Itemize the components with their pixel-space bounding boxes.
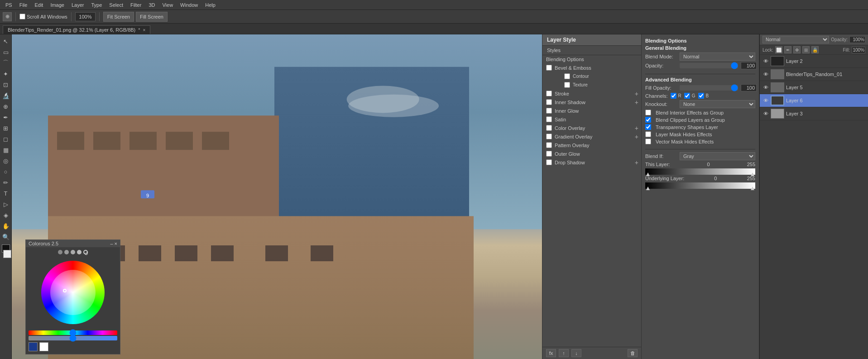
brush-tool[interactable]: ✒ bbox=[1, 112, 11, 122]
color-overlay-add-button[interactable]: + bbox=[635, 124, 638, 132]
bevel-checkbox[interactable] bbox=[546, 65, 552, 71]
outer-glow-checkbox[interactable] bbox=[546, 151, 552, 157]
gradient-overlay-add-button[interactable]: + bbox=[635, 133, 638, 140]
fill-opacity-input[interactable]: 100 bbox=[741, 84, 757, 91]
layer-mask-checkbox[interactable] bbox=[645, 131, 651, 137]
move-tool[interactable]: ↖ bbox=[1, 36, 11, 46]
heal-tool[interactable]: ⊕ bbox=[1, 101, 11, 111]
crop-tool[interactable]: ⊡ bbox=[1, 80, 11, 90]
menu-3d[interactable]: 3D bbox=[145, 0, 158, 10]
opacity-value-input[interactable]: 100 bbox=[741, 62, 757, 69]
zoom-tool[interactable]: 🔍 bbox=[1, 232, 11, 242]
lock-transparent-button[interactable]: ⬜ bbox=[775, 46, 782, 53]
lasso-tool[interactable]: ⌒ bbox=[1, 58, 11, 68]
pattern-overlay-checkbox[interactable] bbox=[546, 142, 552, 148]
color-panel-close[interactable]: × bbox=[115, 241, 117, 246]
delete-style-button[interactable]: 🗑 bbox=[628, 349, 638, 357]
style-satin[interactable]: Satin bbox=[542, 115, 641, 124]
move-down-button[interactable]: ↓ bbox=[571, 349, 581, 357]
fx-button[interactable]: fx bbox=[546, 349, 556, 357]
knockout-select[interactable]: None Shallow Deep bbox=[680, 100, 755, 108]
tab-close-button[interactable]: × bbox=[143, 28, 146, 33]
fill-screen-button[interactable]: Fill Screen bbox=[136, 12, 168, 22]
style-texture[interactable]: Texture bbox=[551, 81, 641, 89]
blend-clipped-checkbox[interactable] bbox=[645, 117, 651, 123]
dodge-tool[interactable]: ○ bbox=[1, 167, 11, 177]
texture-checkbox[interactable] bbox=[564, 82, 570, 88]
satin-checkbox[interactable] bbox=[546, 116, 552, 122]
zoom-input[interactable]: 100% bbox=[75, 12, 96, 21]
style-outer-glow[interactable]: Outer Glow bbox=[542, 149, 641, 158]
menu-select[interactable]: Select bbox=[106, 0, 127, 10]
blender-tips-eye[interactable]: 👁 bbox=[762, 71, 769, 77]
stroke-checkbox[interactable] bbox=[546, 91, 552, 96]
color-swatch-fg[interactable] bbox=[29, 342, 38, 351]
gradient-overlay-checkbox[interactable] bbox=[546, 134, 552, 139]
style-inner-shadow[interactable]: Inner Shadow + bbox=[542, 98, 641, 106]
text-tool[interactable]: T bbox=[1, 188, 11, 198]
color-swatch-bg[interactable] bbox=[39, 342, 48, 351]
style-gradient-overlay[interactable]: Gradient Overlay + bbox=[542, 132, 641, 141]
lock-all-button[interactable]: 🔒 bbox=[811, 46, 819, 53]
style-color-overlay[interactable]: Color Overlay + bbox=[542, 124, 641, 132]
gradient-tool[interactable]: ▦ bbox=[1, 145, 11, 155]
menu-help[interactable]: Help bbox=[201, 0, 219, 10]
eyedropper-tool[interactable]: 🔬 bbox=[1, 91, 11, 101]
blur-tool[interactable]: ◎ bbox=[1, 156, 11, 166]
style-drop-shadow[interactable]: Drop Shadow + bbox=[542, 158, 641, 167]
color-circle3[interactable] bbox=[71, 250, 75, 254]
style-pattern-overlay[interactable]: Pattern Overlay bbox=[542, 141, 641, 149]
layer-item-layer5[interactable]: 👁 Layer 5 bbox=[760, 81, 868, 94]
layer-item-layer2[interactable]: 👁 Layer 2 bbox=[760, 55, 868, 68]
this-layer-right-handle[interactable] bbox=[751, 172, 754, 176]
sat-slider[interactable] bbox=[29, 336, 117, 340]
layer5-eye[interactable]: 👁 bbox=[762, 84, 769, 91]
lock-image-button[interactable]: ✒ bbox=[784, 46, 791, 53]
eraser-tool[interactable]: ◻ bbox=[1, 134, 11, 144]
color-circle2[interactable] bbox=[64, 250, 69, 254]
inner-shadow-checkbox[interactable] bbox=[546, 99, 552, 105]
fill-value-input[interactable]: 100% bbox=[852, 47, 865, 53]
background-color[interactable] bbox=[3, 250, 11, 258]
path-select-tool[interactable]: ▷ bbox=[1, 199, 11, 209]
layer-mode-select[interactable]: Normal Multiply Screen bbox=[762, 36, 829, 43]
fill-opacity-slider[interactable] bbox=[680, 85, 738, 91]
move-up-button[interactable]: ↑ bbox=[559, 349, 569, 357]
inner-shadow-add-button[interactable]: + bbox=[635, 99, 638, 106]
color-wheel-container[interactable] bbox=[37, 256, 109, 329]
style-blending-options[interactable]: Blending Options bbox=[542, 55, 641, 63]
color-dot-small[interactable] bbox=[58, 250, 62, 254]
contour-checkbox[interactable] bbox=[564, 73, 570, 79]
layer3-eye[interactable]: 👁 bbox=[762, 110, 769, 117]
menu-window[interactable]: Window bbox=[177, 0, 201, 10]
clone-tool[interactable]: ⊞ bbox=[1, 123, 11, 133]
underlying-left-handle[interactable] bbox=[646, 187, 650, 190]
drop-shadow-add-button[interactable]: + bbox=[635, 159, 638, 166]
menu-file[interactable]: File bbox=[16, 0, 31, 10]
hand-tool[interactable]: ✋ bbox=[1, 221, 11, 231]
blend-mode-select[interactable]: Normal Multiply Screen Overlay bbox=[680, 53, 755, 61]
color-overlay-checkbox[interactable] bbox=[546, 125, 552, 131]
channel-g-checkbox[interactable] bbox=[684, 93, 690, 99]
document-tab[interactable]: BlenderTips_Render_01.png @ 32.1% (Layer… bbox=[3, 25, 150, 34]
lock-position-button[interactable]: ✥ bbox=[793, 46, 801, 53]
color-panel-header[interactable]: Colororus 2.5 – × bbox=[26, 240, 120, 247]
pen-tool[interactable]: ✏ bbox=[1, 177, 11, 187]
color-refresh[interactable]: ↺ bbox=[83, 250, 88, 254]
menu-layer[interactable]: Layer bbox=[68, 0, 88, 10]
menu-image[interactable]: Image bbox=[47, 0, 68, 10]
layer-item-layer3[interactable]: 👁 Layer 3 bbox=[760, 107, 868, 120]
menu-ps[interactable]: PS bbox=[2, 0, 16, 10]
vector-mask-checkbox[interactable] bbox=[645, 139, 651, 144]
select-tool[interactable]: ▭ bbox=[1, 47, 11, 57]
color-picker-dot[interactable] bbox=[63, 289, 67, 292]
blend-interior-checkbox[interactable] bbox=[645, 110, 651, 115]
fit-screen-button[interactable]: Fit Screen bbox=[103, 12, 134, 22]
scroll-all-checkbox[interactable] bbox=[19, 14, 25, 19]
layer2-eye[interactable]: 👁 bbox=[762, 58, 769, 64]
menu-view[interactable]: View bbox=[158, 0, 177, 10]
channel-r-checkbox[interactable] bbox=[671, 93, 676, 99]
shape-tool[interactable]: ◈ bbox=[1, 210, 11, 220]
transparency-checkbox[interactable] bbox=[645, 124, 651, 130]
color-circle4[interactable] bbox=[77, 250, 82, 254]
